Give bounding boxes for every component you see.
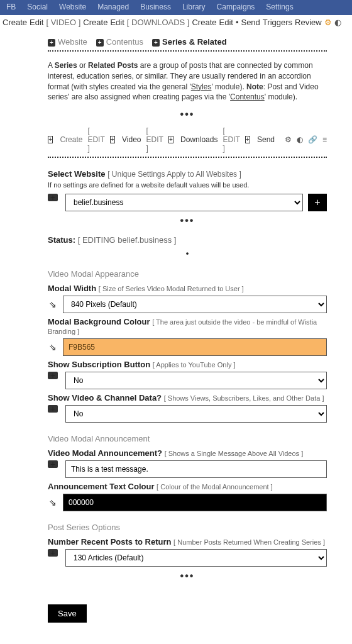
pie-icon[interactable]: ◐ bbox=[297, 135, 303, 144]
action-send[interactable]: Send bbox=[257, 135, 275, 144]
action-create[interactable]: Create bbox=[60, 135, 82, 144]
module-tabs: +Website +Contentus +Series & Related bbox=[48, 37, 327, 47]
subnav-dot: • bbox=[236, 18, 239, 27]
plus-icon: + bbox=[152, 39, 160, 47]
link-icon[interactable]: 🔗 bbox=[308, 135, 317, 144]
subnav-send[interactable]: Send bbox=[241, 18, 260, 27]
nav-library[interactable]: Library bbox=[182, 3, 206, 11]
expand-icon[interactable]: + bbox=[48, 136, 53, 143]
subnav-create-3[interactable]: Create bbox=[192, 18, 216, 27]
subnav-create-1[interactable]: Create bbox=[3, 18, 27, 27]
main-content: +Website +Contentus +Series & Related A … bbox=[0, 28, 352, 641]
nav-business[interactable]: Business bbox=[140, 3, 171, 11]
channel-data-select[interactable]: No bbox=[65, 405, 327, 423]
separator bbox=[48, 157, 327, 158]
edit-bracket-1[interactable]: [ EDIT ] bbox=[87, 126, 104, 153]
website-select[interactable]: belief.business bbox=[65, 194, 303, 211]
announcement-input[interactable] bbox=[65, 460, 327, 478]
num-posts-label: Number Recent Posts to Return [ Number P… bbox=[48, 537, 327, 547]
announcement-color-input[interactable] bbox=[63, 494, 327, 511]
subnav-review[interactable]: Review bbox=[295, 18, 322, 27]
modal-bg-label: Modal Background Colour [ The area just … bbox=[48, 317, 327, 336]
plus-icon: + bbox=[96, 39, 104, 47]
video-modal-announcement-header: Video Modal Announcement bbox=[48, 434, 327, 443]
subnav-video-bracket: [ VIDEO ] bbox=[46, 18, 80, 27]
nav-website[interactable]: Website bbox=[59, 3, 86, 11]
subnav-edit-3[interactable]: Edit bbox=[219, 18, 233, 27]
action-video[interactable]: Video bbox=[122, 135, 141, 144]
action-downloads[interactable]: Downloads bbox=[180, 135, 217, 144]
intro-text: A Series or Related Posts are a group of… bbox=[48, 60, 327, 103]
add-website-button[interactable]: + bbox=[308, 194, 327, 211]
select-website-sub: If no settings are defined for a website… bbox=[48, 181, 327, 189]
dots-separator: ••• bbox=[48, 570, 327, 582]
num-posts-select[interactable]: 130 Articles (Default) bbox=[65, 549, 327, 567]
edit-bracket-3[interactable]: [ EDIT ] bbox=[223, 126, 239, 153]
save-button[interactable]: Save bbox=[48, 604, 87, 623]
menu-icon[interactable]: ≡ bbox=[322, 135, 327, 144]
subnav-triggers[interactable]: Triggers bbox=[263, 18, 292, 27]
subnav-create-2[interactable]: Create bbox=[83, 18, 107, 27]
dots-separator: ••• bbox=[48, 215, 327, 226]
sub-nav: Create Edit [ VIDEO ] Create Edit [ DOWN… bbox=[0, 15, 352, 28]
nav-settings[interactable]: Settings bbox=[266, 3, 293, 11]
top-nav: FB Social Website Managed Business Libra… bbox=[0, 0, 352, 15]
modal-width-label: Modal Width [ Size of Series Video Modal… bbox=[48, 284, 327, 293]
announcement-color-label: Announcement Text Colour [ Colour of the… bbox=[48, 482, 327, 491]
plus-icon[interactable]: + bbox=[48, 549, 58, 557]
subnav-downloads-bracket: [ DOWNLOADS ] bbox=[127, 18, 190, 27]
separator bbox=[48, 50, 327, 52]
modal-bg-input[interactable] bbox=[63, 338, 327, 356]
plus-icon[interactable]: + bbox=[48, 405, 58, 413]
plus-icon[interactable]: + bbox=[48, 194, 58, 201]
dot-separator: • bbox=[48, 248, 327, 258]
bucket-icon: ⇘ bbox=[48, 296, 58, 313]
status-line: Status: [ EDITING belief.business ] bbox=[48, 235, 327, 245]
sub-button-label: Show Subscription Button [ Applies to Yo… bbox=[48, 360, 327, 369]
expand-icon[interactable]: + bbox=[245, 136, 250, 143]
pie-icon[interactable]: ◐ bbox=[334, 18, 341, 27]
gear-icon[interactable]: ⚙ bbox=[285, 135, 292, 144]
gear-icon[interactable]: ⚙ bbox=[324, 18, 332, 27]
expand-icon[interactable]: + bbox=[168, 136, 173, 143]
nav-campaigns[interactable]: Campaigns bbox=[217, 3, 255, 11]
channel-data-label: Show Video & Channel Data? [ Shows Views… bbox=[48, 393, 327, 402]
nav-fb[interactable]: FB bbox=[6, 3, 16, 11]
nav-social[interactable]: Social bbox=[27, 3, 48, 11]
select-website-label: Select Website [ Unique Settings Apply t… bbox=[48, 169, 327, 179]
tab-series[interactable]: +Series & Related bbox=[152, 37, 227, 47]
bucket-icon: ⇘ bbox=[48, 338, 58, 356]
subnav-edit-1[interactable]: Edit bbox=[30, 18, 43, 27]
action-tabs: +Create [ EDIT ] +Video [ EDIT ] +Downlo… bbox=[48, 126, 327, 153]
tab-website[interactable]: +Website bbox=[48, 37, 87, 47]
post-series-header: Post Series Options bbox=[48, 523, 327, 532]
bucket-icon: ⇘ bbox=[48, 494, 58, 511]
modal-width-select[interactable]: 840 Pixels (Default) bbox=[63, 296, 327, 313]
subscription-button-select[interactable]: No bbox=[65, 372, 327, 389]
subnav-edit-2[interactable]: Edit bbox=[110, 18, 124, 27]
expand-icon[interactable]: + bbox=[110, 136, 115, 143]
edit-bracket-2[interactable]: [ EDIT ] bbox=[146, 126, 163, 153]
tab-contentus[interactable]: +Contentus bbox=[96, 37, 143, 47]
video-modal-appearance-header: Video Modal Appearance bbox=[48, 269, 327, 279]
plus-icon[interactable]: + bbox=[48, 372, 58, 379]
announcement-label: Video Modal Announcement? [ Shows a Sing… bbox=[48, 448, 327, 458]
plus-icon[interactable]: + bbox=[48, 460, 58, 468]
plus-icon: + bbox=[48, 39, 55, 47]
nav-managed[interactable]: Managed bbox=[97, 3, 129, 11]
dots-separator: ••• bbox=[48, 109, 327, 120]
